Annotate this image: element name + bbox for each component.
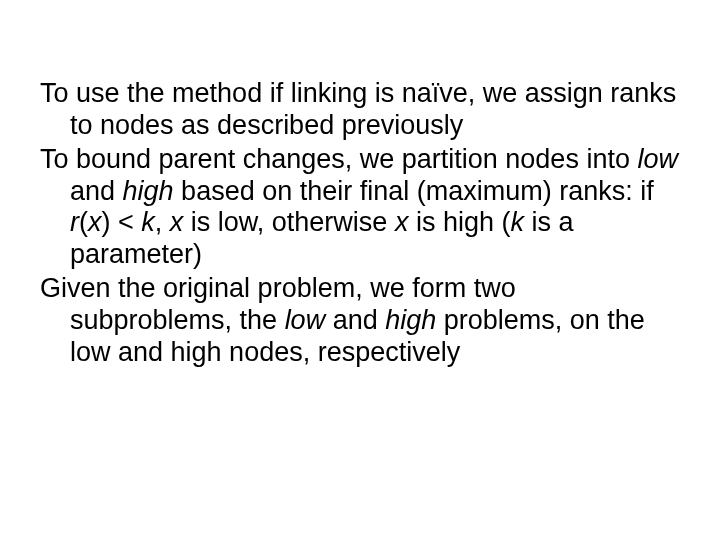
italic-x: x	[395, 207, 409, 237]
paragraph-2: To bound parent changes, we partition no…	[40, 144, 680, 271]
text: To use the method if linking is naïve, w…	[40, 78, 676, 140]
italic-high: high	[385, 305, 436, 335]
italic-x: x	[88, 207, 102, 237]
italic-k: k	[141, 207, 155, 237]
paragraph-3: Given the original problem, we form two …	[40, 273, 680, 369]
italic-k: k	[510, 207, 524, 237]
italic-r: r	[70, 207, 79, 237]
italic-low: low	[637, 144, 678, 174]
text: ,	[155, 207, 170, 237]
text: To bound parent changes, we partition no…	[40, 144, 637, 174]
text: is high (	[408, 207, 510, 237]
text: based on their final (maximum) ranks: if	[174, 176, 654, 206]
text: is low, otherwise	[183, 207, 395, 237]
slide: To use the method if linking is naïve, w…	[0, 0, 720, 540]
text: and	[325, 305, 385, 335]
text: (	[79, 207, 88, 237]
paragraph-1: To use the method if linking is naïve, w…	[40, 78, 680, 142]
italic-high: high	[123, 176, 174, 206]
text: and	[70, 176, 123, 206]
text: ) <	[102, 207, 142, 237]
italic-low: low	[285, 305, 326, 335]
italic-x: x	[170, 207, 184, 237]
